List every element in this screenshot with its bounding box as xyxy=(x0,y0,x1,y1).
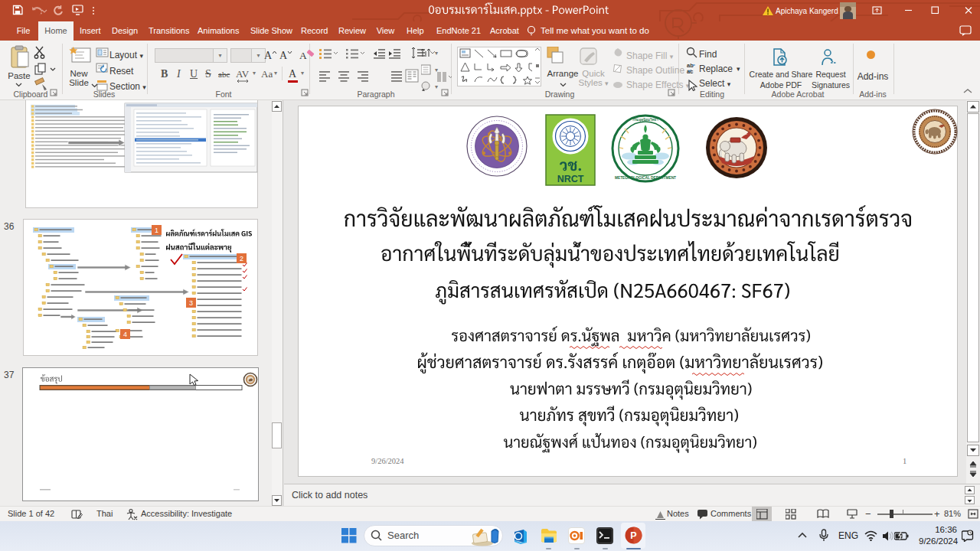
svg-text:METEOROLOGICAL DEPARTMENT: METEOROLOGICAL DEPARTMENT xyxy=(615,176,676,180)
svg-text:A: A xyxy=(279,50,288,61)
svg-text:NRCT: NRCT xyxy=(557,174,584,184)
svg-text:3: 3 xyxy=(189,299,193,307)
svg-text:1: 1 xyxy=(903,457,906,465)
svg-text:▾: ▾ xyxy=(435,83,438,90)
svg-text:▾: ▾ xyxy=(435,67,438,73)
svg-text:4: 4 xyxy=(123,331,127,338)
svg-text:P: P xyxy=(630,530,636,541)
svg-text:▾: ▾ xyxy=(435,50,438,57)
svg-text:9/26/2024: 9/26/2024 xyxy=(371,457,404,465)
svg-text:A: A xyxy=(264,50,273,61)
svg-text:A: A xyxy=(299,50,307,61)
svg-text:กรมอุตุนิยมวิทยา: กรมอุตุนิยมวิทยา xyxy=(632,117,658,122)
svg-text:2: 2 xyxy=(240,255,243,262)
svg-text:1: 1 xyxy=(155,227,158,234)
